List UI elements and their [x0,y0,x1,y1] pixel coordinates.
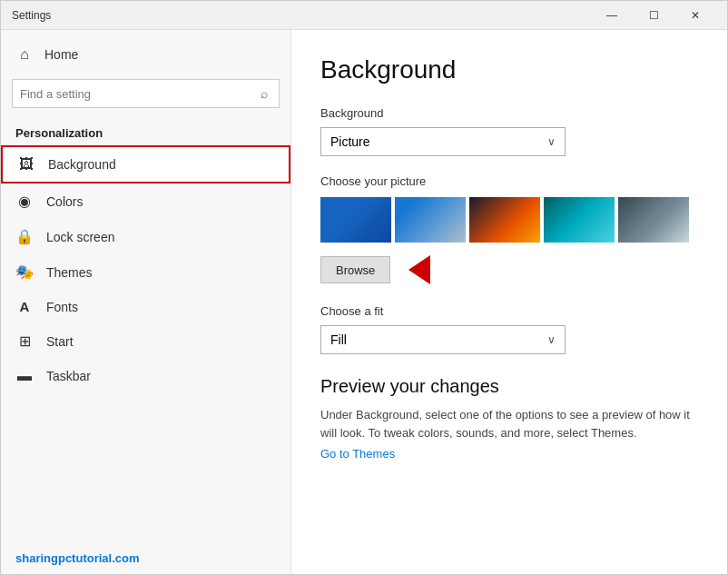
close-button[interactable]: ✕ [674,1,716,30]
search-box: ⌕ [12,79,280,108]
go-to-themes-link[interactable]: Go to Themes [320,447,395,461]
sidebar-item-background[interactable]: 🖼 Background [1,145,290,183]
fit-dropdown-value: Fill [330,332,347,347]
sidebar-item-themes[interactable]: 🎭 Themes [1,254,290,290]
background-nav-label: Background [48,157,116,172]
themes-nav-icon: 🎭 [15,263,34,281]
picture-thumb-4[interactable] [544,197,615,243]
choose-picture-label: Choose your picture [320,174,698,188]
window-title: Settings [12,9,591,22]
lock-screen-nav-icon: 🔒 [15,228,34,245]
minimize-button[interactable]: — [591,1,633,30]
window-content: ⌂ Home ⌕ Personalization 🖼 Background ◉ … [1,30,727,574]
watermark: sharingpctutorial.com [1,546,290,574]
sidebar-item-home[interactable]: ⌂ Home [1,37,290,72]
page-title: Background [320,55,698,84]
fit-dropdown-arrow: ∨ [547,333,556,346]
search-icon: ⌕ [261,86,268,101]
picture-thumb-1[interactable] [320,197,391,243]
sidebar-item-lock-screen[interactable]: 🔒 Lock screen [1,219,290,254]
title-bar: Settings — ☐ ✕ [1,1,727,30]
colors-nav-label: Colors [46,194,83,209]
picture-thumb-3[interactable] [469,197,540,243]
fonts-nav-icon: A [15,299,34,314]
colors-nav-icon: ◉ [15,193,34,210]
taskbar-nav-label: Taskbar [46,369,91,383]
main-content: Background Background Picture ∨ Choose y… [291,30,727,574]
settings-window: Settings — ☐ ✕ ⌂ Home ⌕ Personalization … [0,0,728,575]
fit-section-label: Choose a fit [320,304,698,318]
sidebar: ⌂ Home ⌕ Personalization 🖼 Background ◉ … [1,30,291,574]
picture-row [320,197,698,243]
section-title: Personalization [1,115,290,145]
background-dropdown-arrow: ∨ [547,135,556,148]
sidebar-item-taskbar[interactable]: ▬ Taskbar [1,359,290,393]
fit-dropdown[interactable]: Fill ∨ [320,325,566,354]
preview-title: Preview your changes [320,376,698,397]
lock-screen-nav-label: Lock screen [46,230,114,244]
window-controls: — ☐ ✕ [591,1,716,30]
background-section-label: Background [320,106,698,120]
preview-desc: Under Background, select one of the opti… [320,406,698,441]
home-icon: ⌂ [15,46,34,63]
browse-row: Browse [320,255,698,284]
search-input[interactable] [13,87,250,101]
browse-button[interactable]: Browse [320,256,390,283]
background-nav-icon: 🖼 [17,156,35,173]
search-button[interactable]: ⌕ [250,79,279,108]
background-dropdown-value: Picture [330,134,370,149]
picture-thumb-2[interactable] [395,197,466,243]
home-label: Home [44,47,78,62]
sidebar-item-fonts[interactable]: A Fonts [1,290,290,323]
themes-nav-label: Themes [46,265,93,280]
taskbar-nav-icon: ▬ [15,368,34,384]
sidebar-item-colors[interactable]: ◉ Colors [1,183,290,219]
preview-section: Preview your changes Under Background, s… [320,376,698,461]
fonts-nav-label: Fonts [46,300,78,314]
start-nav-icon: ⊞ [15,332,34,350]
maximize-button[interactable]: ☐ [633,1,674,30]
arrow-right-icon [408,255,430,284]
start-nav-label: Start [46,334,74,349]
browse-arrow-indicator [408,255,430,284]
background-dropdown[interactable]: Picture ∨ [320,127,566,156]
sidebar-item-start[interactable]: ⊞ Start [1,323,290,359]
picture-thumb-5[interactable] [618,197,689,243]
